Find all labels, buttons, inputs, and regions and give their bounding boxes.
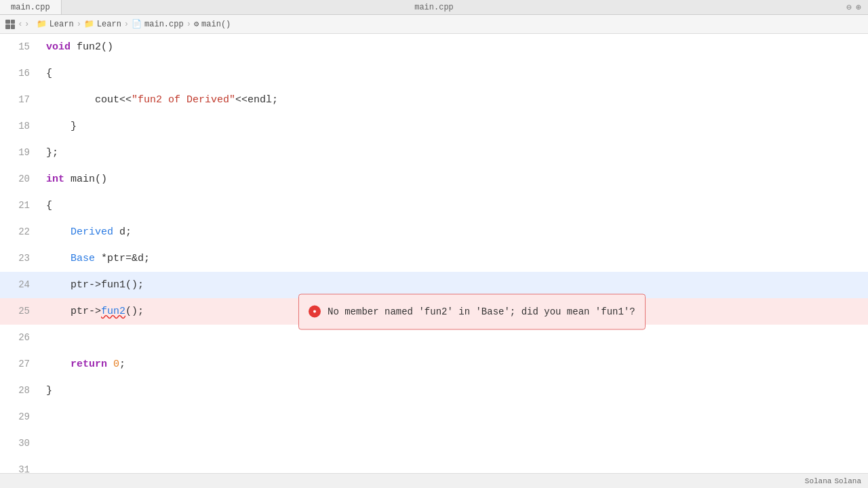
line-number: 19 bbox=[0, 140, 41, 166]
code-line[interactable]: int main() bbox=[41, 166, 868, 192]
fn-endl: endl bbox=[248, 94, 272, 106]
grid-icon bbox=[5, 20, 15, 29]
keyword-return: return bbox=[71, 359, 107, 370]
code-editor[interactable]: 15void fun2()16{17 cout<<"fun2 of Derive… bbox=[0, 34, 868, 483]
breadcrumb-learn1[interactable]: Learn bbox=[50, 20, 74, 29]
table-row: 17 cout<<"fun2 of Derived"<<endl; bbox=[0, 87, 868, 113]
code-line[interactable]: } bbox=[41, 378, 868, 404]
code-line[interactable]: Derived d; bbox=[41, 219, 868, 245]
fn-fun2: fun2() bbox=[77, 41, 113, 53]
breadcrumb-function-icon: ⚙ bbox=[194, 19, 199, 29]
line-number: 26 bbox=[0, 325, 41, 351]
breadcrumb-folder-icon: 📁 bbox=[37, 19, 47, 29]
bottom-solana: SolanaSolana bbox=[805, 477, 861, 485]
line-number: 27 bbox=[0, 351, 41, 378]
code-line[interactable] bbox=[41, 404, 868, 430]
fn-main: main() bbox=[71, 174, 107, 185]
code-line[interactable]: }; bbox=[41, 140, 868, 166]
table-row: 28} bbox=[0, 378, 868, 404]
title-tab-left-label: main.cpp bbox=[11, 3, 50, 12]
table-row: 15void fun2() bbox=[0, 34, 868, 60]
type-derived: Derived bbox=[71, 226, 113, 238]
table-row: 22 Derived d; bbox=[0, 219, 868, 245]
error-tooltip: No member named 'fun2' in 'Base'; did yo… bbox=[298, 293, 646, 329]
table-row: 19}; bbox=[0, 140, 868, 166]
title-bar: main.cpp main.cpp ⊖ ⊕ bbox=[0, 0, 868, 15]
keyword-int: int bbox=[46, 174, 64, 185]
type-base: Base bbox=[71, 253, 95, 264]
breadcrumb-file[interactable]: main.cpp bbox=[144, 20, 184, 29]
line-number: 16 bbox=[0, 60, 41, 87]
breadcrumb-learn2[interactable]: Learn bbox=[97, 20, 121, 29]
line-number: 23 bbox=[0, 245, 41, 272]
breadcrumb-folder-icon2: 📁 bbox=[84, 19, 94, 29]
table-row: 20int main() bbox=[0, 166, 868, 192]
breadcrumb-bar: ‹ › 📁 Learn › 📁 Learn › 📄 main.cpp › ⚙ m… bbox=[0, 15, 868, 34]
bottom-bar: SolanaSolana bbox=[0, 473, 868, 488]
table-row: 21{ bbox=[0, 192, 868, 219]
table-row: 30 bbox=[0, 430, 868, 457]
error-message: No member named 'fun2' in 'Base'; did yo… bbox=[328, 298, 635, 325]
table-row: 29 bbox=[0, 404, 868, 430]
code-line[interactable]: Base *ptr=&d; bbox=[41, 245, 868, 272]
line-number: 30 bbox=[0, 430, 41, 457]
table-row: 27 return 0; bbox=[0, 351, 868, 378]
error-icon bbox=[309, 306, 321, 318]
breadcrumb-file-icon: 📄 bbox=[132, 19, 142, 29]
line-number: 24 bbox=[0, 272, 41, 298]
breadcrumb-sep-3: › bbox=[186, 20, 191, 29]
title-center: main.cpp bbox=[414, 3, 454, 12]
table-row: 18 } bbox=[0, 113, 868, 140]
string-literal: "fun2 of Derived" bbox=[132, 94, 235, 106]
line-number: 17 bbox=[0, 87, 41, 113]
nav-back[interactable]: ‹ bbox=[18, 19, 23, 29]
code-table: 15void fun2()16{17 cout<<"fun2 of Derive… bbox=[0, 34, 868, 483]
table-row: 16{ bbox=[0, 60, 868, 87]
line-number: 28 bbox=[0, 378, 41, 404]
line-number: 21 bbox=[0, 192, 41, 219]
code-line[interactable]: void fun2() bbox=[41, 34, 868, 60]
center-title-label: main.cpp bbox=[414, 3, 454, 12]
line-number: 29 bbox=[0, 404, 41, 430]
line-number: 22 bbox=[0, 219, 41, 245]
bottom-right: SolanaSolana bbox=[805, 477, 861, 485]
title-tab-left[interactable]: main.cpp bbox=[0, 0, 62, 14]
table-row: 25 ptr->fun2();No member named 'fun2' in… bbox=[0, 298, 868, 325]
code-line[interactable] bbox=[41, 430, 868, 457]
fn-fun2-error: fun2 bbox=[101, 306, 125, 317]
code-line[interactable]: cout<<"fun2 of Derived"<<endl; bbox=[41, 87, 868, 113]
code-line[interactable]: ptr->fun2();No member named 'fun2' in 'B… bbox=[41, 298, 868, 325]
window-control-2[interactable]: ⊕ bbox=[856, 2, 861, 13]
code-line[interactable]: } bbox=[41, 113, 868, 140]
window-control-1[interactable]: ⊖ bbox=[846, 2, 852, 13]
breadcrumb-sep-2: › bbox=[124, 20, 129, 29]
num-zero: 0 bbox=[113, 359, 119, 370]
nav-forward[interactable]: › bbox=[24, 19, 30, 29]
fn-cout: cout bbox=[95, 94, 119, 106]
breadcrumb-function[interactable]: main() bbox=[201, 20, 231, 29]
breadcrumb-sep-1: › bbox=[77, 20, 81, 29]
code-line[interactable]: { bbox=[41, 192, 868, 219]
code-line[interactable]: { bbox=[41, 60, 868, 87]
table-row: 23 Base *ptr=&d; bbox=[0, 245, 868, 272]
code-line[interactable]: return 0; bbox=[41, 351, 868, 378]
line-number: 18 bbox=[0, 113, 41, 140]
line-number: 20 bbox=[0, 166, 41, 192]
line-number: 15 bbox=[0, 34, 41, 60]
line-number: 25 bbox=[0, 298, 41, 325]
keyword-void: void bbox=[46, 41, 71, 53]
title-right-controls: ⊖ ⊕ bbox=[846, 2, 861, 13]
nav-arrows: ‹ › bbox=[18, 19, 30, 29]
